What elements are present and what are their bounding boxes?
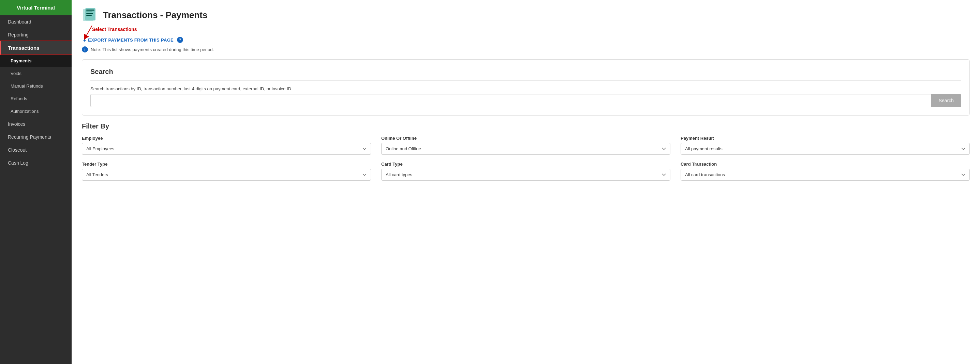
sidebar-item-refunds[interactable]: Refunds [0, 92, 72, 105]
filter-online-offline: Online Or Offline Online and Offline Onl… [381, 136, 670, 155]
search-input-label: Search transactions by ID, transaction n… [91, 86, 961, 91]
filter-section: Filter By Employee All Employees Online … [82, 122, 970, 181]
sidebar-item-invoices[interactable]: Invoices [0, 118, 72, 130]
filter-tender-type-label: Tender Type [82, 162, 371, 167]
sidebar-item-recurring-payments[interactable]: Recurring Payments [0, 130, 72, 143]
arrow-annotation [78, 24, 106, 41]
search-section-title: Search [91, 68, 961, 76]
filter-tender-type: Tender Type All Tenders Card Cash Check [82, 162, 371, 181]
filter-section-title: Filter By [82, 122, 970, 130]
svg-rect-2 [86, 10, 94, 11]
main-content: Transactions - Payments Select Transacti… [72, 0, 980, 364]
filter-employee-select[interactable]: All Employees [82, 143, 371, 155]
note-text: Note: This list shows payments created d… [91, 47, 214, 52]
svg-rect-4 [86, 13, 93, 14]
filter-card-type: Card Type All card types Visa Mastercard… [381, 162, 670, 181]
search-button[interactable]: Search [931, 94, 961, 107]
export-row: ⬇ EXPORT PAYMENTS FROM THIS PAGE ? [82, 37, 970, 43]
filter-card-type-label: Card Type [381, 162, 670, 167]
sidebar-item-manual-refunds[interactable]: Manual Refunds [0, 80, 72, 92]
page-title: Transactions - Payments [103, 10, 207, 21]
transactions-icon [82, 7, 98, 23]
search-divider [91, 80, 961, 81]
search-input-row: Search [91, 94, 961, 107]
filter-grid: Employee All Employees Online Or Offline… [82, 136, 970, 181]
filter-tender-type-select[interactable]: All Tenders Card Cash Check [82, 169, 371, 181]
filter-card-transaction-label: Card Transaction [681, 162, 970, 167]
filter-card-type-select[interactable]: All card types Visa Mastercard Amex Disc… [381, 169, 670, 181]
sidebar-item-dashboard[interactable]: Dashboard [0, 15, 72, 28]
sidebar-item-voids[interactable]: Voids [0, 67, 72, 80]
svg-rect-5 [86, 15, 92, 16]
virtual-terminal-logo[interactable]: Virtual Terminal [0, 0, 72, 15]
filter-online-offline-label: Online Or Offline [381, 136, 670, 141]
filter-payment-result-label: Payment Result [681, 136, 970, 141]
sidebar-item-authorizations[interactable]: Authorizations [0, 105, 72, 118]
svg-line-6 [85, 25, 92, 38]
filter-online-offline-select[interactable]: Online and Offline Online Offline [381, 143, 670, 155]
page-header: Transactions - Payments [82, 7, 970, 23]
filter-card-transaction-select[interactable]: All card transactions Swiped Keyed Chip [681, 169, 970, 181]
filter-payment-result-select[interactable]: All payment results Approved Declined [681, 143, 970, 155]
note-row: i Note: This list shows payments created… [82, 46, 970, 52]
search-section: Search Search transactions by ID, transa… [82, 59, 970, 116]
sidebar-item-reporting[interactable]: Reporting [0, 28, 72, 41]
info-icon: i [82, 46, 88, 52]
filter-card-transaction: Card Transaction All card transactions S… [681, 162, 970, 181]
sidebar: Virtual Terminal Dashboard Reporting Tra… [0, 0, 72, 364]
sidebar-item-cash-log[interactable]: Cash Log [0, 156, 72, 169]
svg-rect-3 [86, 11, 92, 12]
sidebar-item-transactions[interactable]: Transactions [0, 41, 72, 54]
filter-payment-result: Payment Result All payment results Appro… [681, 136, 970, 155]
sidebar-item-payments[interactable]: Payments [0, 54, 72, 67]
search-input[interactable] [91, 94, 931, 107]
sidebar-item-closeout[interactable]: Closeout [0, 143, 72, 156]
help-icon[interactable]: ? [177, 37, 183, 43]
filter-employee-label: Employee [82, 136, 371, 141]
filter-employee: Employee All Employees [82, 136, 371, 155]
